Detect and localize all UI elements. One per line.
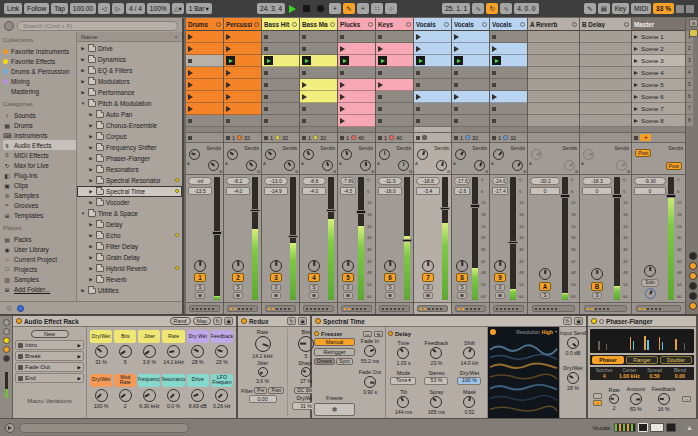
macro-variations-toggle-icon[interactable] [3,337,10,344]
clip-slot[interactable] [300,55,337,67]
macro-value[interactable]: 0.26 Hz [213,403,231,409]
send-b-knob[interactable] [512,160,523,171]
clip-slot[interactable] [300,79,337,91]
clip-slot[interactable] [186,67,223,79]
fader-area[interactable] [613,177,622,300]
scene-number[interactable]: 5 [686,79,693,91]
macro-value[interactable]: 8.69 dB [189,403,207,409]
scene-row-2[interactable]: Scene 2 [632,43,685,55]
jitter-knob[interactable] [258,367,268,377]
clip-slot[interactable] [490,91,527,103]
sidebar-item-templates[interactable]: ⊞Templates [3,210,76,220]
scene-row-4[interactable]: Scene 4 [632,67,685,79]
device-activator-toggle[interactable] [241,318,247,324]
clip-slot[interactable] [580,91,631,103]
clip-slot[interactable] [580,67,631,79]
clip-slot[interactable] [452,115,489,127]
volume-fader[interactable] [470,204,480,208]
clip-slot[interactable] [528,67,579,79]
track-stop-button[interactable] [188,136,192,140]
shape-knob[interactable] [301,367,311,377]
crossfade-assign[interactable] [455,305,486,312]
clip-slot[interactable] [414,91,451,103]
arm-button[interactable] [233,292,243,299]
freezer-percent-button[interactable]: % [374,331,383,337]
hot-swap-icon[interactable]: ↻ [563,317,572,325]
shift-knob[interactable] [463,347,475,359]
peak-level-value[interactable]: -inf [188,177,212,185]
spray-knob[interactable] [430,396,442,408]
pan-knob[interactable] [194,260,206,272]
browser-list-header[interactable]: Name ▲ [77,32,182,42]
browser-entry-corpus[interactable]: ▶Corpus [77,131,182,142]
quantization-menu[interactable]: 1 Bar ▾ [186,3,212,14]
clip-slot[interactable] [490,115,527,127]
browser-entry-reverb[interactable]: ▶Reverb [77,274,182,285]
peak-level-value[interactable]: -18.3 [582,177,612,185]
track-header-drums[interactable]: Drums [186,18,223,31]
fade-out-knob[interactable] [364,376,376,388]
sync-button[interactable]: Sync [336,358,353,365]
send-b-knob[interactable] [322,160,333,171]
browser-entry-chorus-ensemble[interactable]: ▶Chorus-Ensemble [77,120,182,131]
macro-knob[interactable] [143,345,156,358]
freeze-button[interactable]: ❄ [314,403,355,416]
volume-value[interactable]: -4.5 [340,187,356,195]
loop-start-field[interactable]: 25. 1. 1 [442,3,470,14]
time-signature-field[interactable]: 4 / 4 [126,3,145,14]
clip-slot[interactable] [376,31,413,43]
draw-mode-button[interactable]: ✎ [584,3,596,14]
solo-button[interactable]: S [343,284,353,291]
io-show-button[interactable] [689,29,698,37]
resolution-value[interactable]: High [542,329,553,335]
track-stop-button[interactable] [454,136,458,140]
mixer-toggle-button[interactable] [689,252,697,260]
clip-slot[interactable] [338,67,375,79]
sidebar-item-plug-ins[interactable]: ◧Plug-Ins [3,170,76,180]
volume-value[interactable]: -16.0 [378,187,402,195]
rate-hz-button[interactable] [593,393,602,399]
rate-knob[interactable] [255,336,271,352]
macro-knob[interactable] [191,345,204,358]
clip-slot[interactable] [452,31,489,43]
time-value[interactable]: 1.03 s [396,360,410,366]
send-a-knob[interactable] [455,149,466,160]
solo-button[interactable]: S [195,284,205,291]
volume-fader[interactable] [212,231,222,235]
peak-level-value[interactable]: -8.8 [302,177,326,185]
track-stop-button[interactable] [302,136,306,140]
macro-knob[interactable] [215,389,228,402]
browser-entry-modulators[interactable]: ▶Modulators [77,76,182,87]
clip-slot[interactable] [414,103,451,115]
macro-knob[interactable] [95,345,108,358]
volume-value[interactable]: -3.4 [416,187,440,195]
track-header-a-reverb[interactable]: A Reverb [528,18,579,31]
scene-row-5[interactable]: Scene 5 [632,79,685,91]
clip-slot[interactable] [338,55,375,67]
clip-slot[interactable] [452,79,489,91]
param-value-spread[interactable]: 0.50 [643,373,667,379]
save-preset-icon[interactable]: ▣ [224,317,233,325]
volume-fader[interactable] [250,209,260,213]
feedback-value[interactable]: 16 % [658,406,670,412]
peak-level-value[interactable]: -24.6 [492,177,508,185]
clip-slot[interactable] [452,55,489,67]
scene-row-1[interactable]: Scene 1 [632,31,685,43]
fader-area[interactable] [213,177,222,300]
play-button[interactable] [287,3,299,14]
peak-level-value[interactable]: -7.89 [340,177,356,185]
send-a-knob[interactable] [583,149,594,160]
solo-button[interactable]: S [495,284,505,291]
chain-break[interactable]: Break▶ [15,351,84,361]
clip-slot[interactable] [224,67,261,79]
track-stop-button[interactable] [416,136,420,140]
clip-slot[interactable] [300,43,337,55]
clip-slot[interactable] [528,31,579,43]
cpu-meter[interactable]: 33 % [653,3,674,14]
arm-button[interactable] [271,292,281,299]
clip-slot[interactable] [262,79,299,91]
input-send-value[interactable]: 0.0 dB [565,350,580,356]
volume-value[interactable]: -4.0 [226,187,250,195]
pan-knob[interactable] [232,260,244,272]
macro-value[interactable]: 100 % [94,403,109,409]
